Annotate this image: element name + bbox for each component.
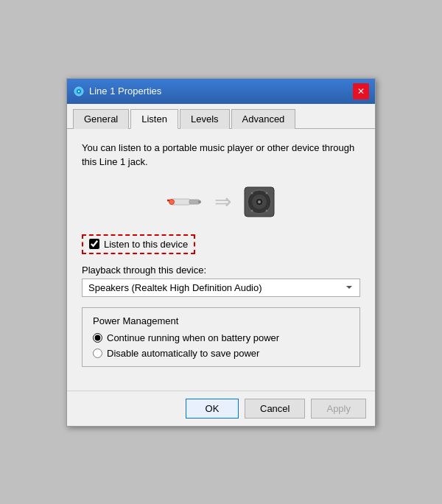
radio-save-label: Disable automatically to save power [107, 348, 259, 359]
power-management-label: Power Management [93, 315, 349, 326]
svg-rect-6 [189, 200, 200, 204]
tab-advanced[interactable]: Advanced [231, 109, 296, 129]
tab-content: You can listen to a portable music playe… [67, 129, 375, 391]
svg-point-2 [78, 90, 80, 91]
dialog-title: Line 1 Properties [89, 85, 161, 97]
title-bar-left: Line 1 Properties [73, 85, 161, 97]
tab-levels[interactable]: Levels [180, 109, 230, 129]
arrow-icon: ⇒ [214, 189, 231, 214]
playback-label: Playback through this device: [82, 265, 360, 276]
radio-save[interactable]: Disable automatically to save power [93, 348, 349, 359]
svg-point-14 [250, 192, 253, 194]
title-icon [73, 85, 85, 97]
radio-battery-input[interactable] [93, 333, 102, 343]
svg-point-16 [250, 209, 253, 211]
svg-point-15 [265, 192, 267, 194]
listen-checkbox-label: Listen to this device [104, 239, 188, 250]
power-management-group: Power Management Continue running when o… [82, 307, 360, 367]
svg-point-17 [265, 209, 267, 211]
playback-section: Playback through this device: Speakers (… [82, 265, 360, 307]
radio-battery[interactable]: Continue running when on battery power [93, 332, 349, 343]
svg-point-13 [258, 200, 261, 203]
listen-checkbox-container[interactable]: Listen to this device [82, 234, 195, 254]
tab-listen[interactable]: Listen [130, 109, 178, 129]
title-bar: Line 1 Properties ✕ [67, 79, 375, 104]
description-text: You can listen to a portable music playe… [82, 141, 360, 169]
tab-bar: General Listen Levels Advanced [67, 104, 375, 129]
cancel-button[interactable]: Cancel [245, 399, 305, 419]
apply-button[interactable]: Apply [311, 399, 366, 419]
radio-save-input[interactable] [93, 349, 102, 358]
icons-row: ⇒ [82, 184, 360, 220]
dialog-window: Line 1 Properties ✕ General Listen Level… [66, 78, 376, 427]
listen-checkbox[interactable] [89, 239, 99, 249]
speaker-icon [243, 186, 276, 218]
radio-battery-label: Continue running when on battery power [107, 332, 279, 343]
svg-point-7 [169, 199, 174, 204]
rca-cable-icon [167, 184, 203, 220]
playback-dropdown[interactable]: Speakers (Realtek High Definition Audio)… [82, 279, 360, 297]
button-bar: OK Cancel Apply [67, 391, 375, 426]
close-button[interactable]: ✕ [353, 83, 369, 99]
svg-point-8 [198, 200, 201, 203]
ok-button[interactable]: OK [186, 399, 239, 419]
tab-general[interactable]: General [73, 109, 129, 129]
